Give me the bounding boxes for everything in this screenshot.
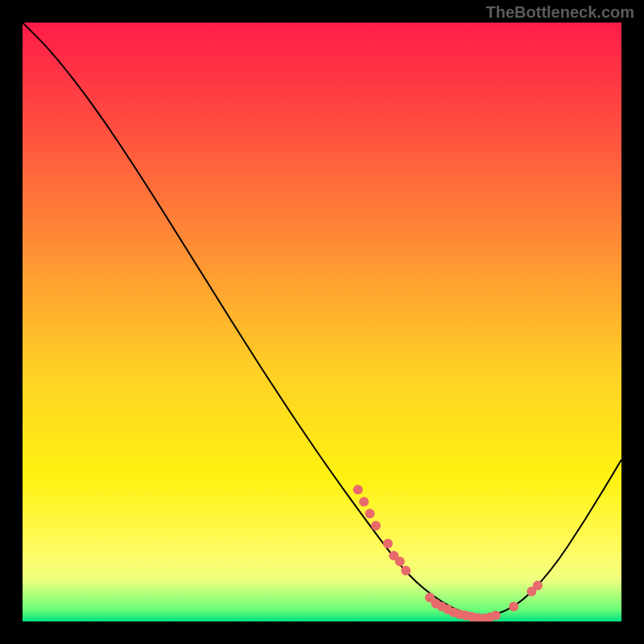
data-point [359, 497, 369, 506]
data-point [383, 539, 393, 548]
bottleneck-curve [23, 23, 621, 616]
data-point [533, 580, 543, 590]
data-point [491, 611, 501, 621]
data-point [509, 601, 518, 611]
chart-container: TheBottleneck.com [0, 0, 644, 644]
data-point [371, 521, 381, 530]
data-point [353, 485, 363, 494]
watermark-text: TheBottleneck.com [486, 3, 634, 22]
data-point [365, 509, 375, 518]
data-points-group [353, 485, 543, 621]
data-point [401, 566, 411, 576]
plot-area [23, 23, 621, 621]
data-point [395, 557, 405, 567]
curve-layer [23, 23, 621, 621]
